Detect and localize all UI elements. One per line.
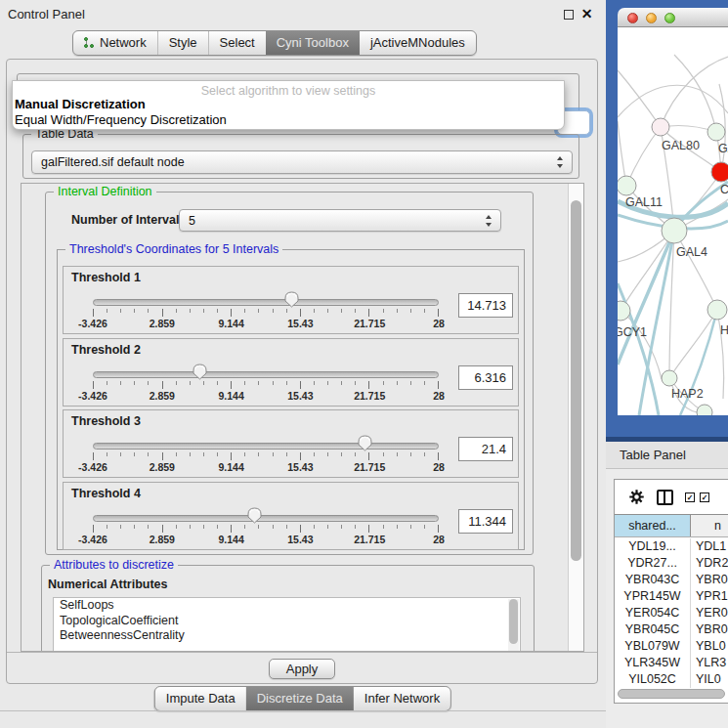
node-label: GAL80 [662, 139, 700, 152]
threshold-slider-thumb[interactable] [247, 507, 262, 524]
cell-name[interactable]: YBR0 [691, 621, 728, 638]
threshold-slider-thumb[interactable] [358, 435, 372, 451]
interval-definition-group: Interval Definition Number of Intervals … [45, 192, 534, 555]
network-node-ga[interactable] [707, 123, 725, 141]
cell-name[interactable]: YIL0 [691, 671, 728, 688]
algorithm-option-manual-discretization[interactable]: Manual Discretization [15, 97, 146, 111]
threshold-slider-track[interactable] [93, 299, 439, 306]
axis-label: 21.715 [354, 461, 385, 473]
tab-infer-network[interactable]: Infer Network [354, 687, 450, 710]
tab-discretize-data[interactable]: Discretize Data [246, 687, 354, 710]
tab-jactivemnodules[interactable]: jActiveMNodules [360, 31, 476, 55]
axis-label: 15.43 [287, 534, 313, 545]
attribute-item-selfloops[interactable]: SelfLoops [54, 598, 520, 614]
axis-label: 15.43 [287, 390, 313, 402]
table-row[interactable]: YER054CYER0 [615, 605, 728, 621]
close-icon[interactable]: ✕ [580, 8, 593, 21]
main-tab-bar: NetworkStyleSelectCyni ToolboxjActiveMNo… [72, 30, 477, 56]
network-edge[interactable] [618, 70, 661, 127]
tab-select[interactable]: Select [208, 31, 266, 55]
network-node-gal11[interactable] [618, 176, 636, 195]
network-edge[interactable] [674, 231, 717, 310]
table-horizontal-scrollbar[interactable] [618, 689, 725, 699]
cell-name[interactable]: YPR1 [691, 588, 728, 605]
settings-scrollbar-thumb[interactable] [571, 200, 581, 561]
threshold-value-field[interactable]: 21.4 [458, 437, 513, 461]
cell-name[interactable]: YDR2 [691, 555, 728, 572]
tab-cyni-toolbox[interactable]: Cyni Toolbox [266, 31, 360, 55]
cell-shared-name[interactable]: YIL052C [615, 671, 691, 688]
zoom-traffic-light-icon[interactable] [664, 13, 675, 23]
table-row[interactable]: YBR045CYBR0 [615, 621, 728, 638]
threshold-value-field[interactable]: 11.344 [458, 509, 513, 534]
table-row[interactable]: YPR145WYPR1 [615, 588, 728, 605]
panel-bottom-divider [0, 710, 606, 711]
numerical-attributes-label: Numerical Attributes [48, 578, 167, 591]
cell-name[interactable]: YER0 [691, 605, 728, 621]
cell-shared-name[interactable]: YBR043C [615, 572, 691, 588]
network-edge[interactable] [674, 55, 716, 132]
tab-network[interactable]: Network [73, 31, 157, 55]
network-node[interactable] [697, 405, 712, 415]
close-traffic-light-icon[interactable] [627, 13, 638, 23]
column-layout-icon[interactable] [657, 490, 673, 505]
attributes-scrollbar[interactable] [508, 599, 519, 652]
thresholds-group-label: Threshold's Coordinates for 5 Intervals [65, 242, 282, 256]
cell-shared-name[interactable]: YPR145W [615, 588, 691, 605]
tab-impute-data[interactable]: Impute Data [155, 687, 246, 710]
settings-scrollbar[interactable] [568, 184, 583, 651]
network-node-gal4[interactable] [662, 218, 687, 243]
cell-name[interactable]: YBL0 [691, 638, 728, 655]
attribute-item-betweennesscentrality[interactable]: BetweennessCentrality [54, 628, 520, 644]
attributes-group-label: Attributes to discretize [50, 558, 178, 572]
cell-shared-name[interactable]: YER054C [615, 605, 691, 621]
table-row[interactable]: YLR345WYLR3 [615, 655, 728, 671]
algorithm-option-equal-width-frequency-discretization[interactable]: Equal Width/Frequency Discretization [15, 112, 227, 127]
axis-label: 28 [433, 318, 445, 329]
network-edge[interactable] [669, 310, 717, 378]
tab-style[interactable]: Style [157, 31, 208, 55]
gear-icon[interactable] [628, 489, 645, 505]
threshold-slider-thumb[interactable] [193, 364, 207, 380]
threshold-slider-thumb[interactable] [284, 291, 299, 308]
cell-shared-name[interactable]: YBL079W [615, 638, 691, 655]
column-header-shared-name[interactable]: shared... [615, 515, 691, 536]
numerical-attributes-list[interactable]: SelfLoopsTopologicalCoefficientBetweenne… [53, 597, 521, 652]
threshold-value-field[interactable]: 6.316 [458, 365, 513, 390]
number-of-intervals-select[interactable]: 5 [179, 209, 501, 232]
table-panel-body: ✓ ✓ shared... n YDL19...YDL1YDR27...YDR2… [606, 470, 728, 728]
threshold-slider-track[interactable] [93, 515, 439, 522]
network-node-c[interactable] [711, 162, 728, 182]
table-row[interactable]: YBL079WYBL0 [615, 638, 728, 655]
cell-shared-name[interactable]: YDR27... [615, 555, 691, 572]
table-row[interactable]: YDR27...YDR2 [615, 555, 728, 572]
apply-button[interactable]: Apply [269, 659, 335, 679]
threshold-box-4: Threshold 4-3.4262.8599.14415.4321.71528… [63, 482, 519, 550]
control-panel: Control Panel ✕ NetworkStyleSelectCyni T… [0, 0, 606, 728]
network-node-gal80[interactable] [652, 118, 669, 136]
cell-shared-name[interactable]: YBR045C [615, 621, 691, 638]
table-row[interactable]: YDL19...YDL1 [615, 538, 728, 555]
cell-shared-name[interactable]: YLR345W [615, 655, 691, 671]
float-window-icon[interactable] [564, 10, 574, 20]
table-row[interactable]: YIL052CYIL0 [615, 671, 728, 688]
network-window-titlebar[interactable] [618, 8, 728, 27]
checkbox-icon[interactable]: ✓ [700, 492, 709, 502]
network-node-h[interactable] [707, 300, 727, 320]
cell-shared-name[interactable]: YDL19... [615, 538, 691, 555]
network-edge[interactable] [661, 57, 728, 127]
threshold-slider-track[interactable] [93, 371, 439, 378]
threshold-value-field[interactable]: 14.713 [458, 293, 513, 318]
table-data-select[interactable]: galFiltered.sif default node [31, 150, 573, 174]
checkbox-icon[interactable]: ✓ [685, 492, 695, 502]
attribute-item-topologicalcoefficient[interactable]: TopologicalCoefficient [54, 614, 520, 629]
cell-name[interactable]: YBR0 [691, 572, 728, 588]
cell-name[interactable]: YLR3 [691, 655, 728, 671]
minimize-traffic-light-icon[interactable] [646, 13, 657, 23]
table-row[interactable]: YBR043CYBR0 [615, 572, 728, 588]
threshold-slider-track[interactable] [93, 443, 439, 450]
column-header-name[interactable]: n [691, 515, 728, 536]
network-node-hap2[interactable] [662, 370, 677, 386]
cell-name[interactable]: YDL1 [691, 538, 728, 555]
network-view-canvas[interactable]: GAL80GACGAL11GAL4GCY1HHAP2 [618, 27, 728, 415]
